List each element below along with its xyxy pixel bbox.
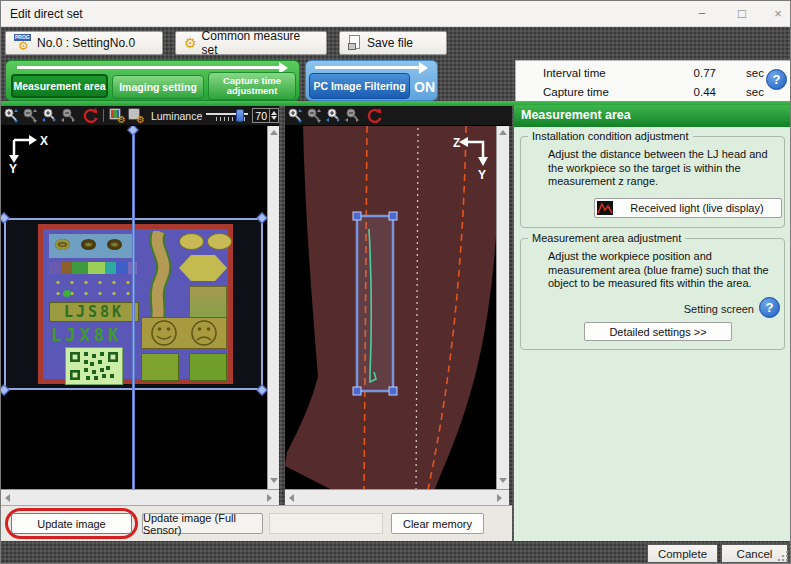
workpiece-height-image: LJS8K LJX8K <box>38 224 233 384</box>
height-image-canvas[interactable]: X Y LJS8K LJX8K <box>1 126 267 489</box>
gear-icon: ⚙ <box>184 36 197 50</box>
received-light-label: Received light (live display) <box>613 202 781 214</box>
update-image-full-sensor-button[interactable]: Update image (Full Sensor) <box>142 513 263 534</box>
save-file-icon <box>348 35 362 51</box>
zoom-in-vertical-icon[interactable] <box>2 107 20 124</box>
profile-reset-view-icon[interactable] <box>366 107 384 124</box>
clear-memory-button[interactable]: Clear memory <box>391 513 484 534</box>
luminance-slider-thumb[interactable] <box>236 109 244 122</box>
profile-toolbar <box>285 106 512 126</box>
profile-zoom-out-horizontal-icon[interactable] <box>343 107 361 124</box>
setting-screen-help-button[interactable]: ? <box>759 297 780 318</box>
pc-filter-state: ON <box>414 79 435 95</box>
luminance-value: 70 <box>253 110 269 122</box>
profile-zoom-in-vertical-icon[interactable] <box>286 107 304 124</box>
close-button[interactable]: × <box>761 1 791 26</box>
measurement-area-panel: Measurement area Installation condition … <box>513 105 791 541</box>
target-qr-code <box>65 347 123 385</box>
timing-help-button[interactable]: ? <box>766 69 787 90</box>
profile-canvas[interactable]: Z Y <box>285 126 496 489</box>
save-file-label: Save file <box>367 36 413 50</box>
installation-condition-desc: Adjust the distance between the LJ head … <box>548 148 776 189</box>
crosshair-handle[interactable] <box>127 126 138 136</box>
svg-text:Y: Y <box>9 162 17 173</box>
installation-condition-title: Installation condition adjustment <box>528 130 693 142</box>
svg-text:⚙: ⚙ <box>136 114 145 124</box>
measurement-area-adjustment-title: Measurement area adjustment <box>528 232 685 244</box>
title-bar <box>1 1 790 27</box>
capture-time-unit: sec <box>746 86 764 98</box>
update-image-button[interactable]: Update image <box>11 513 132 534</box>
target-color-bar <box>49 262 137 274</box>
profile-zoom-out-vertical-icon[interactable] <box>305 107 323 124</box>
setting-no-label: No.0 : SettingNo.0 <box>37 36 135 50</box>
target-square-2 <box>189 353 227 381</box>
profile-horizontal-scrollbar[interactable] <box>285 489 509 505</box>
right-panel-header: Measurement area <box>514 105 791 127</box>
svg-text:X: X <box>40 134 48 148</box>
complete-button[interactable]: Complete <box>647 544 718 563</box>
left-vertical-scrollbar[interactable] <box>267 126 279 489</box>
maximize-button[interactable]: □ <box>725 1 759 26</box>
profile-vertical-scrollbar[interactable] <box>496 126 509 489</box>
profile-zoom-in-horizontal-icon[interactable] <box>324 107 342 124</box>
luminance-slider[interactable] <box>206 109 247 123</box>
target-wavy-stripe <box>141 231 183 323</box>
target-square-1 <box>141 353 179 381</box>
xy-axis-indicator: X Y <box>7 131 53 173</box>
left-horizontal-scrollbar[interactable] <box>1 489 279 505</box>
flow-arrow-green <box>17 66 279 69</box>
interval-time-unit: sec <box>746 67 764 79</box>
prog-gear-icon: PROG ⚙ <box>14 34 32 52</box>
received-light-button[interactable]: Received light (live display) <box>594 198 782 218</box>
common-measure-set-label: Common measure set <box>202 29 318 57</box>
flow-arrowhead-blue <box>419 62 428 74</box>
toolbar-separator <box>103 109 104 122</box>
reset-view-icon[interactable] <box>82 107 100 124</box>
received-light-icon <box>597 201 613 215</box>
tab-imaging-setting[interactable]: Imaging setting <box>112 75 204 99</box>
zoom-out-horizontal-icon[interactable] <box>59 107 77 124</box>
capture-time-label: Capture time <box>543 86 609 98</box>
target-ljs8k-plate: LJS8K <box>49 302 139 322</box>
setting-screen-label: Setting screen <box>664 303 754 315</box>
blank-button-slot <box>269 513 383 534</box>
setting-no-button[interactable]: PROG ⚙ No.0 : SettingNo.0 <box>5 31 163 55</box>
tab-pc-image-filtering[interactable]: PC Image Filtering <box>309 73 410 99</box>
window-title: Edit direct set <box>10 7 83 21</box>
left-image-toolbar: ⚙ ⚙ Luminance 70 <box>1 106 279 126</box>
luminance-spinner[interactable] <box>269 109 278 122</box>
target-faces-plate <box>141 317 227 349</box>
save-file-button[interactable]: Save file <box>339 31 447 55</box>
measurement-area-adjustment-desc: Adjust the workpiece position and measur… <box>548 250 778 291</box>
gray-image-settings-icon[interactable]: ⚙ <box>127 107 145 124</box>
color-image-settings-icon[interactable]: ⚙ <box>108 107 126 124</box>
capture-time-value: 0.44 <box>666 86 716 98</box>
svg-text:Y: Y <box>478 168 486 182</box>
profile-measure-rect <box>357 216 393 391</box>
tab-measurement-area[interactable]: Measurement area <box>11 74 108 98</box>
interval-time-label: Interval time <box>543 67 606 79</box>
edit-direct-set-dialog: Edit direct set − □ × PROG ⚙ No.0 : Sett… <box>0 0 791 564</box>
common-measure-set-button[interactable]: ⚙ Common measure set <box>175 31 327 55</box>
zoom-out-vertical-icon[interactable] <box>21 107 39 124</box>
minimize-button[interactable]: − <box>685 1 719 26</box>
zoom-in-horizontal-icon[interactable] <box>40 107 58 124</box>
svg-text:Z: Z <box>453 136 460 150</box>
luminance-label: Luminance <box>151 110 202 122</box>
target-ljx8k-text: LJX8K <box>51 325 122 345</box>
target-hexagon <box>179 255 227 281</box>
svg-text:⚙: ⚙ <box>117 114 126 124</box>
detailed-settings-button[interactable]: Detailed settings >> <box>584 322 732 341</box>
flow-arrow-blue <box>315 66 419 69</box>
luminance-value-box[interactable]: 70 <box>252 108 279 123</box>
crosshair-vline[interactable] <box>132 126 135 489</box>
resize-grip[interactable] <box>778 551 790 563</box>
interval-time-value: 0.77 <box>666 67 716 79</box>
tab-capture-time-adjustment[interactable]: Capture time adjustment <box>208 72 296 100</box>
